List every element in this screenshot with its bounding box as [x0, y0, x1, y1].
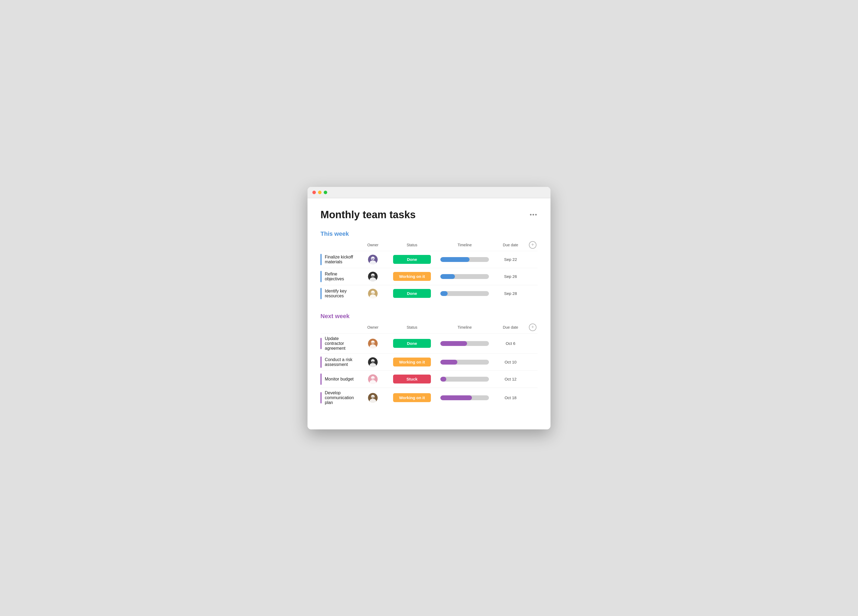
- svg-text:MK: MK: [370, 275, 375, 278]
- table-row[interactable]: Conduct a risk assessment MK Working on …: [320, 353, 538, 370]
- timeline-bar: [440, 395, 489, 400]
- timeline-cell: [435, 291, 494, 296]
- add-task-button-this-week[interactable]: +: [529, 241, 536, 249]
- task-name-cell: Finalize kickoff materials: [320, 254, 357, 265]
- status-badge[interactable]: Working on it: [393, 272, 431, 281]
- col-owner-label: Owner: [357, 243, 389, 247]
- section-next-week: Next week Owner Status Timeline Due date…: [320, 313, 538, 408]
- status-cell[interactable]: Working on it: [389, 393, 435, 402]
- table-row[interactable]: Refine objectives MK Working on it Sep 2…: [320, 268, 538, 285]
- status-cell[interactable]: Working on it: [389, 358, 435, 367]
- status-badge[interactable]: Done: [393, 255, 431, 264]
- timeline-fill: [440, 360, 457, 365]
- section-title-next-week: Next week: [320, 313, 350, 320]
- status-cell[interactable]: Stuck: [389, 375, 435, 383]
- status-cell[interactable]: Working on it: [389, 272, 435, 281]
- due-date-cell: Oct 12: [494, 377, 527, 381]
- owner-cell[interactable]: BW: [357, 393, 389, 403]
- section-title-this-week: This week: [320, 230, 349, 237]
- task-name: Conduct a risk assessment: [325, 357, 357, 367]
- due-date-cell: Oct 6: [494, 341, 527, 346]
- status-badge[interactable]: Done: [393, 339, 431, 348]
- task-left-border: [320, 288, 322, 299]
- col-timeline-label: Timeline: [435, 325, 494, 330]
- status-badge[interactable]: Stuck: [393, 375, 431, 383]
- svg-text:JD: JD: [371, 258, 375, 261]
- avatar[interactable]: MK: [368, 357, 378, 367]
- owner-cell[interactable]: MK: [357, 272, 389, 282]
- task-left-border: [320, 254, 322, 265]
- timeline-cell: [435, 341, 494, 346]
- col-duedate-label: Due date: [494, 325, 527, 330]
- task-left-border: [320, 356, 322, 368]
- timeline-fill: [440, 291, 448, 296]
- due-date-cell: Sep 26: [494, 274, 527, 279]
- owner-cell[interactable]: SR: [357, 374, 389, 384]
- owner-cell[interactable]: RP: [357, 339, 389, 348]
- status-cell[interactable]: Done: [389, 289, 435, 298]
- close-button[interactable]: [312, 191, 316, 194]
- section-this-week: This week Owner Status Timeline Due date…: [320, 230, 538, 302]
- timeline-fill: [440, 341, 467, 346]
- owner-cell[interactable]: JD: [357, 255, 389, 264]
- col-owner-label: Owner: [357, 325, 389, 330]
- maximize-button[interactable]: [324, 191, 327, 194]
- status-badge[interactable]: Working on it: [393, 358, 431, 367]
- table-row[interactable]: Develop communication plan BW Working on…: [320, 387, 538, 408]
- timeline-cell: [435, 377, 494, 381]
- task-name-cell: Monitor budget: [320, 373, 357, 385]
- more-options-button[interactable]: •••: [530, 211, 538, 218]
- svg-text:SR: SR: [371, 377, 375, 381]
- task-left-border: [320, 338, 322, 349]
- timeline-cell: [435, 395, 494, 400]
- app-window: Monthly team tasks ••• This week Owner S…: [308, 187, 550, 429]
- avatar[interactable]: RP: [368, 339, 378, 348]
- minimize-button[interactable]: [318, 191, 322, 194]
- status-badge[interactable]: Done: [393, 289, 431, 298]
- task-left-border: [320, 373, 322, 385]
- col-headers-next-week: Owner Status Timeline Due date +: [320, 324, 538, 333]
- owner-cell[interactable]: MK: [357, 357, 389, 367]
- status-cell[interactable]: Done: [389, 255, 435, 264]
- task-left-border: [320, 392, 322, 403]
- table-row[interactable]: Monitor budget SR Stuck Oct 12: [320, 370, 538, 387]
- svg-text:BW: BW: [370, 396, 376, 399]
- timeline-bar: [440, 257, 489, 262]
- table-row[interactable]: Update contractor agreement RP Done Oct …: [320, 333, 538, 353]
- timeline-fill: [440, 257, 469, 262]
- task-name: Finalize kickoff materials: [325, 255, 357, 264]
- timeline-fill: [440, 274, 455, 279]
- svg-text:RP: RP: [371, 342, 375, 345]
- section-title-row-next-week: Next week: [320, 313, 538, 320]
- task-name-cell: Update contractor agreement: [320, 336, 357, 351]
- section-title-row-this-week: This week: [320, 230, 538, 237]
- main-content: Monthly team tasks ••• This week Owner S…: [308, 198, 550, 429]
- due-date-cell: Sep 28: [494, 291, 527, 296]
- timeline-cell: [435, 360, 494, 365]
- task-name: Update contractor agreement: [325, 336, 357, 351]
- col-status-label: Status: [389, 243, 435, 247]
- timeline-cell: [435, 257, 494, 262]
- avatar[interactable]: BW: [368, 393, 378, 403]
- table-row[interactable]: Finalize kickoff materials JD Done Sep 2…: [320, 251, 538, 268]
- col-status-label: Status: [389, 325, 435, 330]
- avatar[interactable]: AL: [368, 289, 378, 299]
- owner-cell[interactable]: AL: [357, 289, 389, 299]
- task-name: Refine objectives: [325, 272, 357, 282]
- due-date-cell: Sep 22: [494, 257, 527, 262]
- avatar[interactable]: SR: [368, 374, 378, 384]
- add-task-button-next-week[interactable]: +: [529, 324, 536, 331]
- page-title: Monthly team tasks: [320, 209, 416, 221]
- status-badge[interactable]: Working on it: [393, 393, 431, 402]
- status-cell[interactable]: Done: [389, 339, 435, 348]
- svg-text:MK: MK: [370, 360, 375, 364]
- task-left-border: [320, 271, 322, 282]
- due-date-cell: Oct 18: [494, 395, 527, 400]
- avatar[interactable]: JD: [368, 255, 378, 264]
- col-headers-this-week: Owner Status Timeline Due date +: [320, 241, 538, 251]
- page-header: Monthly team tasks •••: [320, 209, 538, 221]
- avatar[interactable]: MK: [368, 272, 378, 282]
- task-name-cell: Conduct a risk assessment: [320, 356, 357, 368]
- table-row[interactable]: Identify key resources AL Done Sep 28: [320, 285, 538, 302]
- timeline-bar: [440, 291, 489, 296]
